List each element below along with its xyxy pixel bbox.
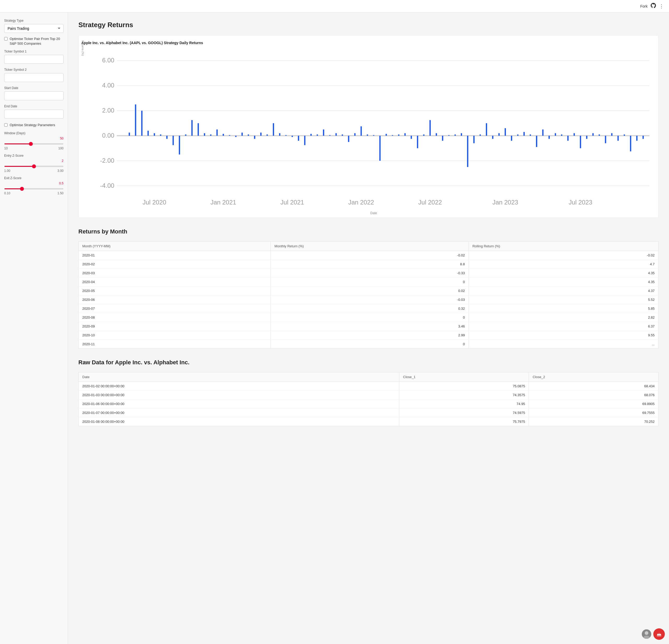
exit-zscore-label: Exit Z-Score (4, 176, 63, 180)
table-cell: 2.82 (469, 313, 658, 322)
table-cell: 74.5975 (399, 408, 529, 417)
table-cell: 2020-06 (79, 295, 271, 304)
table-cell: 5.85 (469, 304, 658, 313)
svg-point-104 (645, 631, 649, 635)
table-cell: -0.03 (271, 295, 469, 304)
table-row: 2020-028.84.7 (79, 260, 658, 269)
raw-table-header-row: Date Close_1 Close_2 (79, 372, 658, 382)
svg-text:6.00: 6.00 (102, 57, 114, 64)
chart-title: Apple Inc. vs. Alphabet Inc. (AAPL vs. G… (81, 41, 656, 45)
exit-zscore-min: 0.10 (4, 191, 10, 195)
svg-text:Jul 2023: Jul 2023 (569, 199, 593, 206)
col-close2: Close_2 (529, 372, 658, 382)
table-row: 2020-01-0.02-0.02 (79, 251, 658, 260)
optimise-params-row: Optimise Strategy Parameters (4, 123, 63, 128)
table-cell: 2020-07 (79, 304, 271, 313)
returns-by-month-section: Returns by Month Month (YYYY-MM) Monthly… (79, 228, 658, 349)
table-cell: 2020-02 (79, 260, 271, 269)
table-cell: 68.434 (529, 382, 658, 391)
table-row: 2020-06-0.035.52 (79, 295, 658, 304)
sidebar: Strategy Type Pairs Trading Mean Reversi… (0, 13, 68, 644)
x-axis-label: Date (92, 211, 656, 215)
exit-zscore-container: 0.5 0.10 1.50 (4, 181, 63, 195)
window-days-label: Window (Days) (4, 131, 63, 135)
svg-text:Jul 2022: Jul 2022 (418, 199, 442, 206)
col-rolling-return: Rolling Return (%) (469, 241, 658, 251)
crown-button[interactable] (653, 628, 665, 640)
entry-zscore-track (4, 163, 63, 168)
end-date-label: End Date (4, 104, 63, 108)
table-cell: 69.7555 (529, 408, 658, 417)
table-row: 2020-110... (79, 340, 658, 349)
more-options-icon[interactable]: ⋮ (659, 3, 664, 9)
col-month: Month (YYYY-MM) (79, 241, 271, 251)
table-cell: 70.252 (529, 417, 658, 426)
window-minmax: 10 100 (4, 147, 63, 150)
table-row: 2020-01-08 00:00:00+00:0075.797570.252 (79, 417, 658, 426)
table-cell: 2020-03 (79, 269, 271, 278)
table-cell: 2020-04 (79, 278, 271, 287)
table-cell: 2020-01-08 00:00:00+00:00 (79, 417, 399, 426)
col-monthly-return: Monthly Return (%) (271, 241, 469, 251)
optimise-ticker-checkbox[interactable] (4, 37, 8, 41)
y-axis-label: Returns (%) (81, 0, 84, 132)
chart-wrapper: Apple Inc. vs. Alphabet Inc. (AAPL vs. G… (79, 35, 658, 218)
table-cell: 74.95 (399, 399, 529, 408)
ticker1-input[interactable]: AAPL (4, 55, 63, 64)
table-cell: 2020-01-02 00:00:00+00:00 (79, 382, 399, 391)
window-slider[interactable] (4, 143, 63, 144)
table-cell: 2020-01-03 00:00:00+00:00 (79, 391, 399, 399)
table-cell: 2020-09 (79, 322, 271, 331)
optimise-ticker-row: Optimise Ticker Pair From Top 20 S&P 500… (4, 36, 63, 46)
ticker2-input[interactable]: GOOGL (4, 73, 63, 82)
exit-zscore-slider[interactable] (4, 188, 63, 189)
svg-text:Jul 2021: Jul 2021 (281, 199, 304, 206)
entry-zscore-container: 2 1.00 3.00 (4, 159, 63, 173)
svg-text:Jan 2022: Jan 2022 (348, 199, 374, 206)
start-date-input[interactable]: 2020/01/01 (4, 91, 63, 100)
exit-zscore-max: 1.50 (57, 191, 63, 195)
svg-text:-4.00: -4.00 (100, 182, 114, 189)
end-date-input[interactable]: 2023/12/31 (4, 110, 63, 119)
table-cell: 3.46 (271, 322, 469, 331)
svg-text:4.00: 4.00 (102, 82, 114, 89)
table-cell: 4.35 (469, 269, 658, 278)
window-max: 100 (58, 147, 63, 150)
table-row: 2020-03-0.334.35 (79, 269, 658, 278)
raw-data-title: Raw Data for Apple Inc. vs. Alphabet Inc… (79, 359, 658, 366)
strategy-returns-title: Strategy Returns (79, 21, 658, 29)
table-cell: 4.35 (469, 278, 658, 287)
svg-text:-2.00: -2.00 (100, 157, 114, 164)
table-cell: 75.7975 (399, 417, 529, 426)
window-min: 10 (4, 147, 8, 150)
col-close1: Close_1 (399, 372, 529, 382)
avatar-area (642, 628, 665, 640)
svg-text:2.00: 2.00 (102, 107, 114, 114)
optimise-params-checkbox[interactable] (4, 123, 8, 127)
svg-text:0.00: 0.00 (102, 132, 114, 139)
exit-zscore-minmax: 0.10 1.50 (4, 191, 63, 195)
layout: Strategy Type Pairs Trading Mean Reversi… (0, 13, 669, 644)
svg-text:Jul 2020: Jul 2020 (142, 199, 166, 206)
table-cell: 4.7 (469, 260, 658, 269)
topbar: Fork ⋮ (0, 0, 669, 13)
start-date-label: Start Date (4, 86, 63, 90)
returns-table-header-row: Month (YYYY-MM) Monthly Return (%) Rolli… (79, 241, 658, 251)
user-avatar[interactable] (642, 629, 651, 639)
table-cell: 6.37 (469, 322, 658, 331)
entry-zscore-label: Entry Z-Score (4, 154, 63, 158)
table-cell: 2020-01-06 00:00:00+00:00 (79, 399, 399, 408)
table-row: 2020-050.024.37 (79, 287, 658, 295)
table-cell: ... (469, 340, 658, 349)
fork-label: Fork (640, 4, 647, 8)
table-cell: 9.55 (469, 331, 658, 340)
github-icon[interactable] (651, 3, 656, 10)
table-row: 2020-0802.82 (79, 313, 658, 322)
strategy-type-select[interactable]: Pairs Trading Mean Reversion Momentum (4, 24, 63, 33)
entry-zscore-slider[interactable] (4, 166, 63, 167)
table-cell: 0 (271, 313, 469, 322)
optimise-params-label: Optimise Strategy Parameters (10, 123, 55, 128)
window-value-label: 50 (4, 136, 63, 140)
table-cell: -0.02 (271, 251, 469, 260)
table-cell: 0.32 (271, 304, 469, 313)
